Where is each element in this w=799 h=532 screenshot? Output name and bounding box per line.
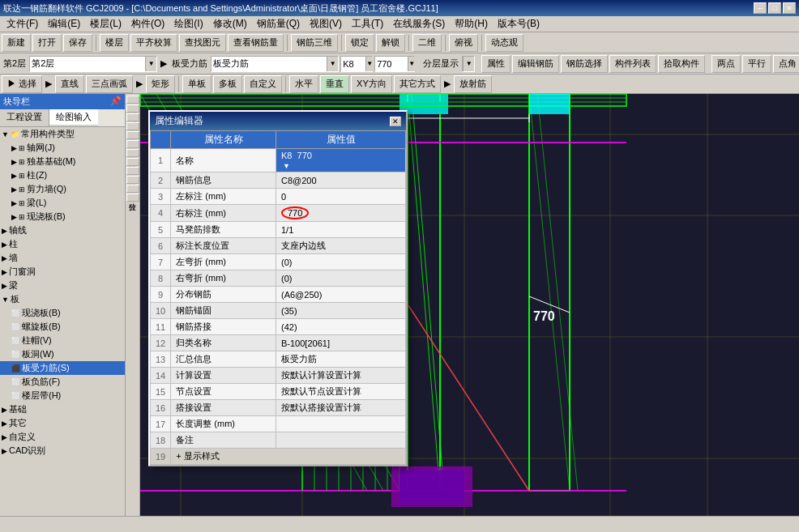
strip-non-break[interactable]: 非打断 bbox=[126, 149, 139, 157]
tree-cast-slab[interactable]: ⬜ 现浇板(B) bbox=[0, 306, 125, 320]
btn-select-rebar[interactable]: 钢筋选择 bbox=[561, 55, 608, 73]
btn-component-list[interactable]: 构件列表 bbox=[609, 55, 656, 73]
prop-value-8[interactable]: (0) bbox=[276, 270, 406, 287]
btn-dynamic-view[interactable]: 动态观 bbox=[485, 34, 523, 52]
minimize-button[interactable]: ─ bbox=[754, 2, 767, 14]
prop-value-4[interactable]: 770 bbox=[276, 205, 406, 222]
strip-delete[interactable]: 删除 bbox=[126, 96, 139, 104]
prop-row-5[interactable]: 5马凳筋排数1/1 bbox=[151, 222, 406, 238]
prop-value-15[interactable]: 按默认节点设置计算 bbox=[276, 384, 406, 400]
strip-mirror[interactable]: 镜像 bbox=[126, 113, 139, 121]
tree-cad[interactable]: ▶ CAD识别 bbox=[0, 444, 125, 458]
prop-row-16[interactable]: 16搭接设置按默认搭接设置计算 bbox=[151, 400, 406, 416]
btn-three-arc[interactable]: 三点画弧 bbox=[86, 75, 133, 93]
menu-help[interactable]: 帮助(H) bbox=[450, 16, 493, 32]
prop-value-5[interactable]: 1/1 bbox=[276, 222, 406, 238]
prop-row-13[interactable]: 13汇总信息板受力筋 bbox=[151, 351, 406, 368]
component-combo-arrow[interactable]: ▼ bbox=[327, 57, 338, 71]
tree-neg-rebar[interactable]: ⬜ 板负筋(F) bbox=[0, 375, 125, 389]
tree-axis-net[interactable]: ▶ ⊞ 轴网(J) bbox=[0, 141, 125, 155]
strip-calc[interactable]: 台计井 bbox=[126, 158, 139, 166]
btn-line[interactable]: 直线 bbox=[55, 75, 84, 93]
tab-project-setup[interactable]: 工程设置 bbox=[0, 109, 49, 126]
tree-slab[interactable]: ▶ ⊞ 现浇板(B) bbox=[0, 210, 125, 223]
menu-tool[interactable]: 工具(T) bbox=[347, 16, 388, 32]
prop-value-16[interactable]: 按默认搭接设置计算 bbox=[276, 400, 406, 416]
menu-online[interactable]: 在线服务(S) bbox=[388, 16, 450, 32]
tree-spiral-slab[interactable]: ⬜ 螺旋板(B) bbox=[0, 320, 125, 334]
prop-value-3[interactable]: 0 bbox=[276, 189, 406, 205]
btn-lock[interactable]: 锁定 bbox=[345, 34, 374, 52]
prop-row-17[interactable]: 17长度调整 (mm) bbox=[151, 416, 406, 432]
value-combo[interactable]: ▼ bbox=[374, 56, 415, 72]
btn-edit-rebar[interactable]: 编辑钢筋 bbox=[512, 55, 559, 73]
prop-row-6[interactable]: 6标注长度位置支座内边线 bbox=[151, 238, 406, 254]
prop-value-input-1[interactable] bbox=[281, 151, 400, 160]
btn-floor[interactable]: 楼层 bbox=[100, 34, 129, 52]
number-combo[interactable]: ▼ bbox=[340, 56, 373, 72]
menu-view[interactable]: 视图(V) bbox=[305, 16, 347, 32]
prop-value-11[interactable]: (42) bbox=[276, 319, 406, 335]
tree-floor-strip[interactable]: ⬜ 楼层带(H) bbox=[0, 389, 125, 402]
btn-calc[interactable]: 平齐校算 bbox=[130, 34, 177, 52]
menu-floor[interactable]: 楼层(L) bbox=[85, 16, 126, 32]
value-combo-arrow[interactable]: ▼ bbox=[408, 57, 415, 71]
tree-other[interactable]: ▶ 其它 bbox=[0, 416, 125, 430]
floor-combo-arrow[interactable]: ▼ bbox=[145, 57, 156, 71]
strip-move[interactable]: 移动 bbox=[126, 122, 139, 130]
prop-value-14[interactable]: 按默认计算设置计算 bbox=[276, 368, 406, 384]
btn-select[interactable]: ▶ 选择 bbox=[2, 75, 42, 93]
prop-value-2[interactable]: C8@200 bbox=[276, 172, 406, 189]
prop-value-6[interactable]: 支座内边线 bbox=[276, 238, 406, 254]
btn-3d[interactable]: 钢筋三维 bbox=[291, 34, 338, 52]
prop-value-1[interactable]: ▼ bbox=[276, 149, 406, 172]
number-combo-input[interactable] bbox=[341, 59, 365, 69]
strip-self[interactable]: 自己 bbox=[126, 176, 139, 184]
btn-parallel[interactable]: 平行 bbox=[742, 55, 771, 73]
btn-new[interactable]: 新建 bbox=[2, 34, 31, 52]
layer-combo[interactable]: ▼ bbox=[462, 56, 475, 72]
btn-custom[interactable]: 自定义 bbox=[244, 75, 282, 93]
tree-slab-rebar[interactable]: ⬛ 板受力筋(S) bbox=[0, 361, 125, 375]
modal-title-bar[interactable]: 属性编辑器 ✕ bbox=[150, 112, 406, 130]
menu-draw[interactable]: 绘图(I) bbox=[169, 16, 207, 32]
tree-slab-hole[interactable]: ⬜ 板洞(W) bbox=[0, 347, 125, 361]
component-combo-input[interactable] bbox=[212, 59, 327, 69]
btn-two-point[interactable]: 两点 bbox=[711, 55, 741, 73]
tree-dujij[interactable]: ▶ ⊞ 独基基础(M) bbox=[0, 155, 125, 168]
prop-row-10[interactable]: 10钢筋锚固(35) bbox=[151, 303, 406, 319]
btn-rect[interactable]: 矩形 bbox=[146, 75, 175, 93]
menu-modify[interactable]: 修改(M) bbox=[208, 16, 252, 32]
value-combo-input[interactable] bbox=[375, 59, 408, 69]
tree-custom[interactable]: ▶ 自定义 bbox=[0, 430, 125, 444]
close-button[interactable]: ✕ bbox=[783, 2, 796, 14]
maximize-button[interactable]: □ bbox=[768, 2, 781, 14]
strip-tech[interactable]: 技分 bbox=[126, 194, 139, 202]
prop-row-7[interactable]: 7左弯折 (mm)(0) bbox=[151, 254, 406, 270]
prop-value-12[interactable]: B-100[2061] bbox=[276, 335, 406, 351]
prop-row-2[interactable]: 2钢筋信息C8@200 bbox=[151, 172, 406, 189]
strip-rotate[interactable]: 旋转 bbox=[126, 131, 139, 139]
tree-foundation[interactable]: ▶ 基础 bbox=[0, 402, 125, 416]
btn-vert[interactable]: 垂直 bbox=[320, 75, 349, 93]
btn-single-board[interactable]: 单板 bbox=[182, 75, 212, 93]
prop-row-12[interactable]: 12归类名称B-100[2061] bbox=[151, 335, 406, 351]
btn-angle[interactable]: 点角 bbox=[773, 55, 799, 73]
btn-unlock[interactable]: 解锁 bbox=[376, 34, 405, 52]
btn-spread[interactable]: 放射筋 bbox=[454, 75, 492, 93]
btn-save[interactable]: 保存 bbox=[63, 34, 92, 52]
prop-value-17[interactable] bbox=[276, 416, 406, 432]
prop-value-9[interactable]: (A6@250) bbox=[276, 287, 406, 303]
prop-row-3[interactable]: 3左标注 (mm)0 bbox=[151, 189, 406, 205]
prop-row-8[interactable]: 8右弯折 (mm)(0) bbox=[151, 270, 406, 287]
floor-combo[interactable]: ▼ bbox=[29, 56, 157, 72]
tree-wall-group[interactable]: ▶ 墙 bbox=[0, 251, 125, 265]
sidebar-header-pin[interactable]: 📌 bbox=[110, 96, 122, 108]
menu-component[interactable]: 构件(O) bbox=[126, 16, 169, 32]
tree-common[interactable]: ▼ 📁 常用构件类型 bbox=[0, 127, 125, 141]
prop-dropdown-1[interactable]: ▼ bbox=[283, 162, 290, 170]
prop-row-9[interactable]: 9分布钢筋(A6@250) bbox=[151, 287, 406, 303]
strip-break[interactable]: 打断 bbox=[126, 167, 139, 175]
modal-close-button[interactable]: ✕ bbox=[390, 117, 401, 126]
btn-property[interactable]: 属性 bbox=[481, 55, 511, 73]
